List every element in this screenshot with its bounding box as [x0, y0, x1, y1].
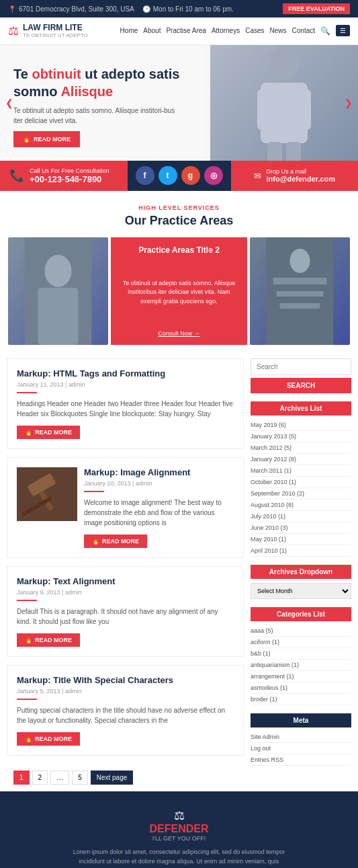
- post-1-date: January 11, 2013: [17, 381, 64, 388]
- category-item-3[interactable]: antiquarianism (1): [251, 660, 351, 671]
- twitter-icon[interactable]: t: [159, 166, 177, 185]
- logo: ⚖ LAW FIRM LITE TE OBTINUIT UT ADEPTO: [8, 23, 88, 39]
- practice-title: Our Practice Areas: [8, 214, 350, 228]
- category-item-1[interactable]: aciform (1): [251, 637, 351, 648]
- post-2-read-more-button[interactable]: 🔥 READ MORE: [84, 535, 147, 548]
- practice-card-text: Te obtinuit ut adepto satis somno. Aliis…: [119, 279, 239, 307]
- archive-item-11[interactable]: April 2010 (1): [251, 545, 351, 557]
- svg-rect-2: [257, 89, 269, 130]
- search-box: SEARCH: [251, 358, 351, 393]
- archive-item-0[interactable]: May 2019 (6): [251, 420, 351, 431]
- next-page-button[interactable]: Next page: [91, 771, 134, 785]
- post-2-read-more-icon: 🔥: [92, 538, 99, 545]
- mail-icon: ✉: [254, 171, 261, 181]
- contact-email-block: ✉ Drop Us a mail info@defender.com: [231, 161, 359, 191]
- practice-image-1: [8, 237, 108, 345]
- archive-item-2[interactable]: March 2012 (5): [251, 442, 351, 454]
- post-1-divider: [17, 392, 37, 393]
- archive-item-8[interactable]: July 2010 (1): [251, 511, 351, 522]
- svg-rect-12: [279, 303, 320, 309]
- hero-read-more-button[interactable]: 🔥 READ MORE: [13, 131, 80, 147]
- page-2-button[interactable]: 2: [32, 771, 48, 785]
- practice-grid: Practice Areas Title 2 Te obtinuit ut ad…: [8, 237, 350, 345]
- post-3-meta: January 9, 2013 | admin: [17, 589, 234, 596]
- post-2-text: Welcome to image alignment! The best way…: [84, 498, 234, 528]
- post-4-date: January 5, 2013: [17, 688, 60, 695]
- meta-item-0[interactable]: Site Admin: [251, 732, 351, 743]
- meta-item-2[interactable]: Entries RSS: [251, 754, 351, 766]
- archive-item-1[interactable]: January 2013 (5): [251, 431, 351, 442]
- content-area: Markup: HTML Tags and Formatting January…: [0, 358, 358, 791]
- post-3-read-more-icon: 🔥: [25, 637, 32, 643]
- phone-info: Call Us For Free Consultation +00-123-54…: [30, 167, 109, 184]
- blog-post-3: Markup: Text Alignment January 9, 2013 |…: [7, 566, 244, 657]
- post-2-thumbnail: [17, 467, 77, 521]
- nav-practice[interactable]: Practise Area: [166, 27, 206, 34]
- archive-item-5[interactable]: October 2010 (1): [251, 477, 351, 488]
- search-icon[interactable]: 🔍: [320, 26, 330, 36]
- archive-item-6[interactable]: September 2010 (2): [251, 488, 351, 500]
- nav-attorneys[interactable]: Attorneys: [212, 27, 240, 34]
- archives-dropdown-title: Archives Dropdown: [251, 565, 351, 579]
- blog-post-2: Markup: Image Alignment January 10, 2013…: [7, 457, 244, 558]
- post-2-body: Markup: Image Alignment January 10, 2013…: [84, 467, 234, 548]
- clock-icon: 🕐: [142, 5, 150, 13]
- post-3-text: Default This is a paragraph. It should n…: [17, 606, 234, 627]
- categories-section: Categories List aaaa (5) aciform (1) b&b…: [251, 607, 351, 705]
- search-button[interactable]: SEARCH: [251, 378, 351, 393]
- social-bar: f t g ◎: [128, 161, 231, 191]
- instagram-icon[interactable]: ◎: [204, 166, 223, 185]
- nav-about[interactable]: About: [143, 27, 161, 34]
- category-item-4[interactable]: arrangement (1): [251, 671, 351, 682]
- nav-cases[interactable]: Cases: [245, 27, 264, 34]
- archive-item-10[interactable]: May 2010 (1): [251, 534, 351, 545]
- google-icon[interactable]: g: [181, 166, 200, 185]
- category-item-0[interactable]: aaaa (5): [251, 625, 351, 637]
- archives-section: Archives List May 2019 (6) January 2013 …: [251, 401, 351, 557]
- svg-point-0: [269, 45, 299, 80]
- archive-item-4[interactable]: March 2011 (1): [251, 465, 351, 477]
- post-4-read-more-button[interactable]: 🔥 READ MORE: [17, 732, 80, 746]
- category-item-6[interactable]: broder (1): [251, 694, 351, 705]
- hours-text: Mon to Fri 10 am to 06 pm.: [153, 5, 234, 13]
- post-1-read-more-icon: 🔥: [25, 429, 32, 436]
- search-input[interactable]: [251, 358, 351, 375]
- post-4-meta: January 5, 2013 | admin: [17, 688, 234, 695]
- post-4-author: admin: [65, 688, 82, 695]
- facebook-icon[interactable]: f: [136, 166, 154, 185]
- nav-news[interactable]: News: [270, 27, 287, 34]
- hero-title: Te obtinuit ut adepto satis somno Aliisq…: [13, 65, 181, 100]
- post-1-meta: January 11, 2013 | admin: [17, 381, 234, 388]
- page-dots-button[interactable]: …: [50, 771, 69, 785]
- page-1-button[interactable]: 1: [13, 771, 30, 785]
- archive-item-9[interactable]: June 2010 (3): [251, 522, 351, 534]
- hero-subtitle: Te obtinuit ut adepto satis somno. Aliis…: [13, 106, 181, 126]
- nav-home[interactable]: Home: [120, 27, 138, 34]
- page-5-button[interactable]: 5: [72, 771, 88, 785]
- archive-item-3[interactable]: January 2012 (8): [251, 454, 351, 465]
- post-4-read-more-label: READ MORE: [35, 736, 72, 742]
- pagination: 1 2 … 5 Next page: [7, 764, 244, 791]
- hamburger-icon[interactable]: ☰: [336, 25, 350, 36]
- hero-prev-arrow[interactable]: ❮: [5, 97, 13, 108]
- practice-image-2: [250, 237, 350, 345]
- archives-dropdown[interactable]: Select Month: [251, 583, 351, 599]
- contact-strip: 📞 Call Us For Free Consultation +00-123-…: [0, 161, 358, 191]
- svg-rect-5: [286, 142, 301, 161]
- logo-text: LAW FIRM LITE TE OBTINUIT UT ADEPTO: [23, 23, 88, 39]
- free-eval-button[interactable]: FREE EVALUATION: [283, 3, 350, 14]
- post-3-read-more-button[interactable]: 🔥 READ MORE: [17, 633, 80, 647]
- nav-contact[interactable]: Contact: [292, 27, 315, 34]
- hero-btn-label: READ MORE: [34, 136, 71, 143]
- category-item-5[interactable]: asmodeus (1): [251, 682, 351, 694]
- archive-item-7[interactable]: August 2010 (8): [251, 500, 351, 511]
- post-1-read-more-button[interactable]: 🔥 READ MORE: [17, 426, 80, 439]
- consult-link[interactable]: Consult Now →: [119, 330, 239, 337]
- category-item-2[interactable]: b&b (1): [251, 648, 351, 660]
- post-1-text: Headings Header one Header two Header th…: [17, 399, 234, 419]
- svg-rect-3: [299, 89, 311, 130]
- meta-item-1[interactable]: Log out: [251, 743, 351, 754]
- hero-next-arrow[interactable]: ❯: [345, 97, 353, 108]
- footer-logo-area: ⚖ DEFENDER I'LL GET YOU OFF!: [13, 808, 345, 842]
- footer-scale-icon: ⚖: [174, 809, 185, 822]
